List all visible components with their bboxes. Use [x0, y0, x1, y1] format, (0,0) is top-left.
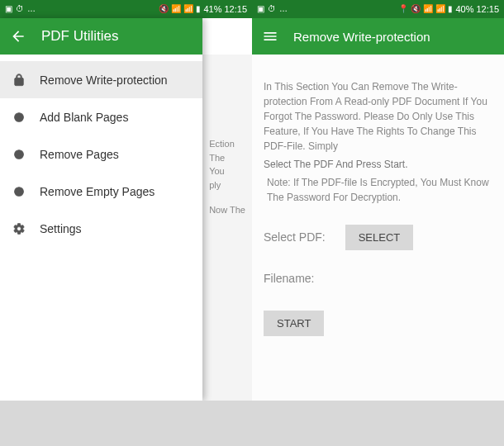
- battery-icon: ▮: [196, 5, 201, 13]
- alarm-icon: ⏱: [16, 5, 24, 13]
- plus-circle-icon: [12, 110, 26, 125]
- hamburger-icon[interactable]: [262, 28, 278, 45]
- drawer-item-remove-write-protection[interactable]: Remove Write-protection: [0, 61, 202, 98]
- drawer-item-label: Remove Write-protection: [40, 74, 168, 87]
- action-bar: PDF Utilities: [0, 18, 202, 55]
- screen-title: Remove Write-protection: [293, 30, 430, 44]
- drawer-item-label: Remove Pages: [40, 148, 119, 161]
- signal-icon: 📶: [183, 5, 193, 13]
- action-bar: Remove Write-protection: [252, 18, 504, 55]
- signal-icon: 📶: [435, 5, 445, 13]
- select-pdf-label: Select PDF:: [264, 229, 326, 246]
- statusbar: ▣ ⏱ … 🔇 📶 📶 ▮ 41% 12:15: [0, 0, 252, 18]
- battery-text: 41%: [203, 4, 221, 14]
- navigation-drawer: PDF Utilities Remove Write-protection Ad…: [0, 18, 202, 401]
- wifi-icon: 📶: [171, 5, 181, 13]
- gear-icon: [12, 221, 26, 236]
- drawer-item-settings[interactable]: Settings: [0, 210, 202, 247]
- statusbar: ▣ ⏱ … 📍 🔇 📶 📶 ▮ 40% 12:15: [252, 0, 504, 18]
- lock-icon: [12, 73, 26, 88]
- screenshot-icon: ▣: [5, 5, 12, 13]
- screen-left: ▣ ⏱ … 🔇 📶 📶 ▮ 41% 12:15 Ection The You p…: [0, 0, 252, 446]
- drawer-item-label: Add Blank Pages: [40, 111, 128, 124]
- mute-icon: 🔇: [411, 5, 421, 13]
- description-emphasis: Select The PDF And Press Start.: [264, 157, 492, 172]
- bottom-bar: [0, 401, 252, 446]
- select-button[interactable]: SELECT: [345, 225, 414, 250]
- time-text: 12:15: [224, 4, 247, 14]
- more-icon: …: [279, 5, 288, 13]
- more-icon: …: [27, 5, 36, 13]
- filename-label: Filename:: [264, 270, 314, 287]
- drawer-item-label: Settings: [40, 222, 82, 235]
- drawer-item-label: Remove Empty Pages: [40, 185, 155, 198]
- description-text: In This Section You Can Remove The Write…: [264, 79, 492, 154]
- drawer-item-remove-empty-pages[interactable]: Remove Empty Pages: [0, 173, 202, 210]
- drawer-item-remove-pages[interactable]: Remove Pages: [0, 135, 202, 173]
- content-area: In This Section You Can Remove The Write…: [252, 55, 504, 401]
- screen-right: ▣ ⏱ … 📍 🔇 📶 📶 ▮ 40% 12:15 Remove Write-p…: [252, 0, 504, 446]
- back-icon[interactable]: [10, 28, 26, 45]
- battery-text: 40%: [455, 4, 473, 14]
- minus-circle-icon: [12, 184, 26, 199]
- start-button[interactable]: START: [264, 311, 324, 336]
- time-text: 12:15: [476, 4, 499, 14]
- battery-icon: ▮: [448, 5, 453, 13]
- screenshot-icon: ▣: [257, 5, 264, 13]
- note-text: Note: If The PDF-file Is Encrypted, You …: [264, 175, 492, 205]
- app-title: PDF Utilities: [41, 28, 119, 45]
- mute-icon: 🔇: [159, 5, 169, 13]
- select-pdf-row: Select PDF: SELECT: [264, 225, 492, 250]
- location-icon: 📍: [398, 5, 408, 13]
- drawer-item-add-blank-pages[interactable]: Add Blank Pages: [0, 98, 202, 135]
- minus-circle-icon: [12, 147, 26, 162]
- background-partial-text: Ection The You ply Now The: [209, 137, 245, 217]
- alarm-icon: ⏱: [268, 5, 276, 13]
- bottom-bar: [252, 401, 504, 446]
- filename-row: Filename:: [264, 270, 492, 287]
- wifi-icon: 📶: [423, 5, 433, 13]
